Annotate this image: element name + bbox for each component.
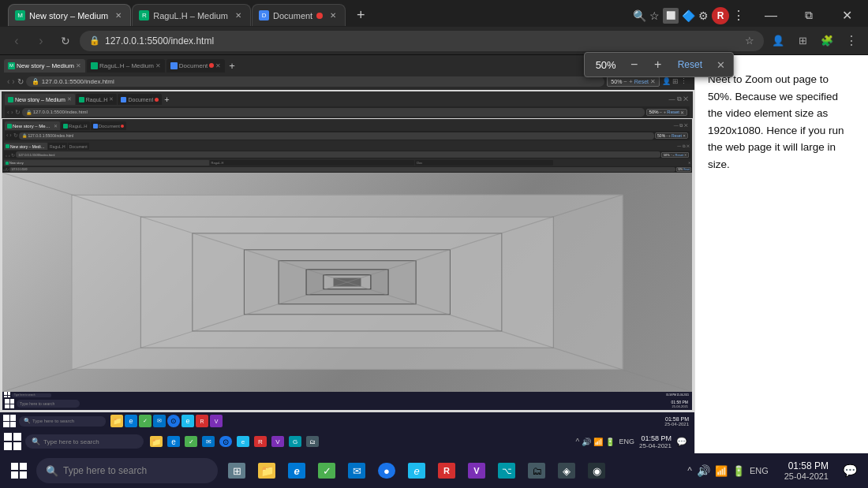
taskbar-app-extra2[interactable]: ◉ (582, 455, 611, 486)
tab-document[interactable]: D Document ✕ (252, 4, 346, 26)
taskbar-app-files[interactable]: 🗂 (522, 455, 551, 486)
system-tray: ^ 🔊 📶 🔋 ENG 01:58 PM 25-04-2021 💬 (681, 453, 865, 488)
profile-icon[interactable]: R (712, 7, 729, 24)
nested-taskbar-1: 🔍 Type here to search 📁 e ✓ (0, 430, 694, 453)
notification-button[interactable]: 💬 (838, 455, 862, 486)
nested-zoom-1: 50% − + Reset ✕ (607, 76, 660, 87)
zoom-decrease-button[interactable]: − (626, 56, 643, 73)
taskbar-app-extra1[interactable]: ◈ (552, 455, 581, 486)
windows-taskbar: 🔍 Type here to search ⊞ 📁 e ✓ ✉ ● (0, 453, 868, 488)
taskbar-app-multiwindow[interactable]: ⊞ (223, 455, 251, 486)
right-sidebar: Neet to Zoom out page to 50%. Because we… (694, 55, 868, 453)
start-button[interactable] (3, 455, 35, 486)
forward-button[interactable]: › (31, 31, 51, 51)
nested-content-1: New story – Medium ✕ RaguL.H ✕ (0, 90, 694, 430)
tunnel-depth (2, 173, 692, 392)
close-button[interactable]: ✕ (829, 5, 865, 27)
tray-chevron-icon[interactable]: ^ (687, 465, 692, 476)
taskbar-datetime[interactable]: 01:58 PM 25-04-2021 (778, 460, 835, 481)
nested-content-2: New story – Medium ✕ RaguL.H (2, 119, 692, 410)
nested-chrome-2: New story – Medium ✕ RaguL.H ✕ (2, 91, 693, 118)
menu-icon[interactable]: ⋮ (732, 8, 745, 23)
nested-browser-level-2: New story – Medium ✕ RaguL.H ✕ (2, 91, 693, 411)
browser-ext-icons: 🔍 ☆ ⬜ 🔷 ⚙ R ⋮ (627, 7, 751, 24)
tray-wifi-icon[interactable]: 📶 (715, 465, 728, 477)
taskbar-app-vs[interactable]: V (462, 455, 491, 486)
tray-icons: ^ 🔊 📶 🔋 ENG (681, 464, 774, 477)
nested-content-3: New story – Medium RaguL.H Document (2, 141, 692, 397)
url-text: 127.0.0.1:5500/index.html (105, 35, 740, 47)
address-bar-row: ‹ › ↻ 🔒 127.0.0.1:5500/index.html ☆ 👤 ⊞ … (0, 27, 868, 55)
window-controls: 🔍 ☆ ⬜ 🔷 ⚙ R ⋮ — ⧉ ✕ (627, 4, 868, 27)
tab-close-1[interactable]: ✕ (112, 9, 124, 21)
nested-chrome-3: New story – Medium ✕ RaguL.H (2, 119, 692, 141)
svg-line-2 (2, 282, 347, 392)
taskbar-time: 01:58 PM (788, 460, 829, 471)
taskbar-app-ie[interactable]: e (402, 455, 431, 486)
taskbar-app-git[interactable]: ⌥ (492, 455, 521, 486)
restore-button[interactable]: ⧉ (791, 5, 827, 27)
taskbar-search-text: Type here to search (63, 465, 147, 476)
nested-reset-2[interactable]: Reset (667, 110, 679, 114)
nested-tab-1-active[interactable]: M New story – Medium ✕ (4, 59, 85, 73)
tab-ragul[interactable]: R RaguL.H – Medium ✕ (132, 4, 251, 26)
tab-favicon-2: R (139, 10, 149, 20)
tab-title-3: Document (273, 11, 312, 20)
nested-addr-box-1[interactable]: 🔒 127.0.0.1:5500/index.html (26, 76, 605, 87)
inner-tunnel: New story RaguL.H Doc ✕ ‹›↻ 127.0.0.1:55… (2, 159, 692, 397)
minimize-button[interactable]: — (753, 5, 789, 27)
nested-newtab-1[interactable]: + (229, 60, 235, 72)
svg-line-1 (347, 173, 692, 282)
ext-icon-1[interactable]: 🔷 (682, 9, 695, 22)
nested-tab-1-2[interactable]: RaguL.H – Medium ✕ (87, 59, 165, 73)
tiny-taskbar-4: Type here to search 01:58 PM 25-04-2021 (2, 392, 692, 397)
tab-close-2[interactable]: ✕ (232, 9, 244, 21)
reload-button[interactable]: ↻ (55, 31, 76, 51)
nested-start-1[interactable] (4, 433, 21, 450)
browser-window: M New story – Medium ✕ R RaguL.H – Mediu… (0, 0, 868, 488)
ext-addr-icon[interactable]: 🧩 (817, 31, 837, 51)
zoom-reset-button[interactable]: Reset (673, 58, 707, 72)
taskbar-app-rsa[interactable]: R (432, 455, 461, 486)
tab-close-3[interactable]: ✕ (327, 9, 339, 21)
screenshot-icon[interactable]: ⬜ (663, 8, 679, 24)
sidebar-description: Neet to Zoom out page to 50%. Because we… (708, 71, 855, 173)
zoom-close-button[interactable]: ✕ (716, 59, 725, 71)
tray-battery-icon[interactable]: 🔋 (732, 465, 745, 477)
screenshot-area: M New story – Medium ✕ RaguL.H – Medium … (0, 55, 694, 453)
ext-icon-2[interactable]: ⚙ (698, 9, 709, 22)
taskbar-search-box[interactable]: 🔍 Type here to search (36, 458, 218, 483)
profile-addr-icon[interactable]: 👤 (768, 31, 788, 51)
tab-new-story[interactable]: M New story – Medium ✕ (8, 4, 131, 26)
back-button[interactable]: ‹ (6, 31, 27, 51)
nested-tab-1-3[interactable]: Document ✕ (166, 59, 225, 73)
lock-icon: 🔒 (89, 35, 100, 46)
nested-search-1-text: Type here to search (43, 438, 99, 445)
tray-eng-label[interactable]: ENG (750, 466, 769, 475)
search-icon[interactable]: 🔍 (633, 9, 646, 22)
nested-taskbar-2: 🔍 Type here to search 📁 e ✓ ✉ ⊙ e R (0, 412, 694, 430)
taskbar-app-outlook[interactable]: ✉ (342, 455, 371, 486)
addr-menu-icon[interactable]: ⋮ (841, 31, 862, 51)
star-addr-icon[interactable]: ☆ (745, 35, 754, 47)
taskbar-app-teams[interactable]: ✓ (312, 455, 341, 486)
taskbar-app-edge[interactable]: e (282, 455, 311, 486)
nested-tab-1-title: New story – Medium (17, 62, 74, 69)
tray-volume-icon[interactable]: 🔊 (697, 464, 710, 477)
address-bar[interactable]: 🔒 127.0.0.1:5500/index.html ☆ (80, 31, 764, 51)
taskbar-search-icon: 🔍 (46, 465, 58, 477)
settings-addr-icon[interactable]: ⊞ (792, 31, 813, 51)
tab-favicon-3: D (259, 10, 269, 20)
tab-favicon-1: M (15, 10, 25, 20)
svg-line-0 (2, 173, 347, 282)
new-tab-button[interactable]: + (350, 5, 372, 27)
taskbar-app-chrome[interactable]: ● (372, 455, 401, 486)
tab-red-dot (316, 13, 323, 19)
zoom-increase-button[interactable]: + (649, 56, 667, 73)
svg-line-3 (347, 282, 692, 392)
nested-reset-3[interactable]: Reset (672, 133, 682, 138)
taskbar-app-explorer[interactable]: 📁 (253, 455, 281, 486)
nested-search-1[interactable]: 🔍 Type here to search (25, 434, 144, 449)
main-content: M New story – Medium ✕ RaguL.H – Medium … (0, 55, 868, 453)
star-icon[interactable]: ☆ (649, 9, 660, 22)
